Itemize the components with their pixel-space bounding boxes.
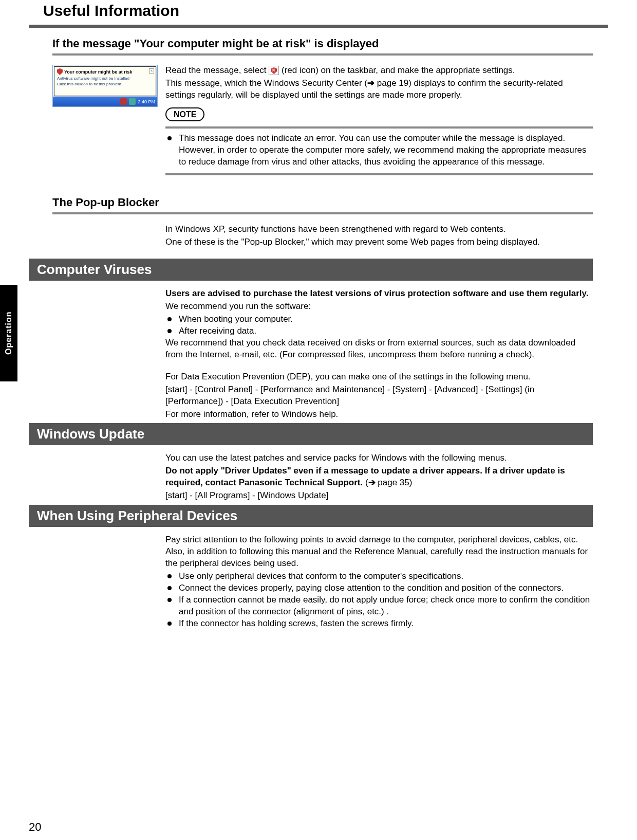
popup-paragraph-1: In Windows XP, security functions have b… xyxy=(165,224,593,235)
peripherals-bullet-4: If the connector has holding screws, fas… xyxy=(165,618,593,630)
risk-balloon-screenshot: × Your computer might be at risk Antivir… xyxy=(52,65,158,107)
page-title: Useful Information xyxy=(0,0,637,25)
risk-underline xyxy=(52,53,593,56)
viruses-paragraph-5: [start] - [Control Panel] - [Performance… xyxy=(165,384,593,408)
peripherals-bullet-3: If a connection cannot be made easily, d… xyxy=(165,594,593,618)
peripherals-paragraph-1: Pay strict attention to the following po… xyxy=(165,534,593,570)
note-bullet: This message does not indicate an error.… xyxy=(165,133,593,168)
arrow-icon: ➔ xyxy=(368,478,376,487)
viruses-paragraph-2: We recommend you run the software: xyxy=(165,301,593,313)
balloon-line2: Click this balloon to fix this problem. xyxy=(57,82,153,86)
update-heading: Windows Update xyxy=(29,423,593,445)
popup-underline xyxy=(52,212,593,214)
viruses-bullet-1: When booting your computer. xyxy=(165,314,593,325)
close-icon: × xyxy=(149,68,154,74)
viruses-heading: Computer Viruses xyxy=(29,259,593,281)
tray-shield-icon xyxy=(120,98,127,105)
peripherals-heading: When Using Peripheral Devices xyxy=(29,505,593,527)
note-divider-bottom xyxy=(165,173,593,175)
viruses-paragraph-3: We recommend that you check data receive… xyxy=(165,337,593,361)
note-label: NOTE xyxy=(165,107,204,122)
popup-paragraph-2: One of these is the "Pop-up Blocker," wh… xyxy=(165,236,593,248)
viruses-paragraph-1: Users are advised to purchase the latest… xyxy=(165,288,593,300)
tray-network-icon xyxy=(129,98,136,105)
balloon-line1: Antivirus software might not be installe… xyxy=(57,76,153,81)
risk-heading: If the message "Your computer might be a… xyxy=(0,28,637,53)
update-paragraph-2: Do not apply "Driver Updates" even if a … xyxy=(165,465,593,489)
peripherals-bullet-1: Use only peripheral devices that conform… xyxy=(165,571,593,582)
viruses-paragraph-4: For Data Execution Prevention (DEP), you… xyxy=(165,371,593,383)
taskbar: 2:40 PM xyxy=(53,97,157,106)
balloon-title: Your computer might be at risk xyxy=(64,69,132,75)
tooltip-balloon: × Your computer might be at risk Antivir… xyxy=(54,66,156,96)
risk-paragraph-1: Read the message, select (red icon) on t… xyxy=(165,65,593,77)
side-tab-operation: Operation xyxy=(0,285,17,381)
tray-time: 2:40 PM xyxy=(138,99,155,104)
peripherals-bullet-2: Connect the devices properly, paying clo… xyxy=(165,582,593,594)
page-number: 20 xyxy=(29,820,41,834)
note-divider-top xyxy=(165,126,593,129)
shield-red-icon xyxy=(269,66,279,75)
arrow-icon: ➔ xyxy=(367,78,374,88)
update-paragraph-3: [start] - [All Programs] - [Windows Upda… xyxy=(165,490,593,502)
viruses-bullet-2: After receiving data. xyxy=(165,325,593,337)
popup-heading: The Pop-up Blocker xyxy=(0,187,637,212)
shield-icon xyxy=(57,68,63,75)
risk-paragraph-2: This message, which the Windows Security… xyxy=(165,78,593,101)
update-paragraph-1: You can use the latest patches and servi… xyxy=(165,452,593,464)
viruses-paragraph-6: For more information, refer to Windows h… xyxy=(165,409,593,421)
